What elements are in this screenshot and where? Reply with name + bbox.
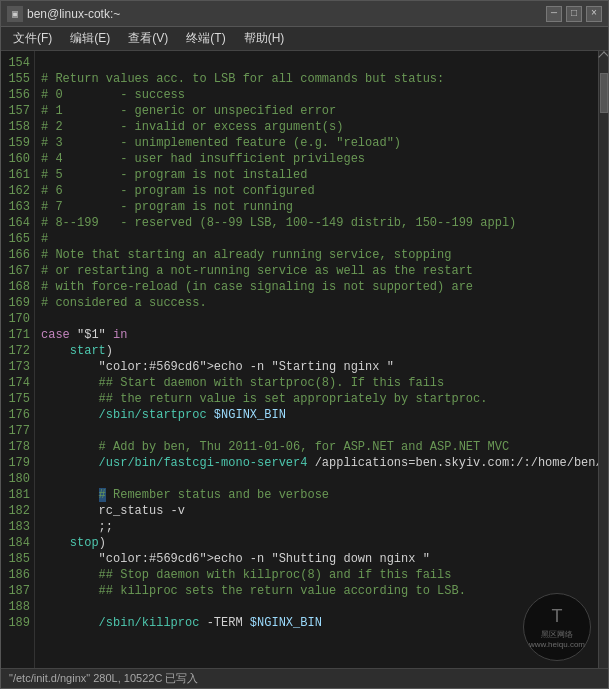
code-line: # with force-reload (in case signaling i… [41,279,592,295]
code-line: # 7 - program is not running [41,199,592,215]
code-line: /usr/bin/fastcgi-mono-server4 /applicati… [41,455,592,471]
code-line: /sbin/killproc -TERM $NGINX_BIN [41,615,592,631]
menu-help[interactable]: 帮助(H) [236,28,293,49]
code-line: stop) [41,535,592,551]
scrollbar-vertical[interactable] [598,51,608,668]
code-line: ## Stop daemon with killproc(8) and if t… [41,567,592,583]
code-line: ## Start daemon with startproc(8). If th… [41,375,592,391]
maximize-button[interactable]: □ [566,6,582,22]
code-line: start) [41,343,592,359]
code-line [41,55,592,71]
minimize-button[interactable]: ─ [546,6,562,22]
code-line: # 3 - unimplemented feature (e.g. "reloa… [41,135,592,151]
code-line: # 0 - success [41,87,592,103]
menu-terminal[interactable]: 终端(T) [178,28,233,49]
watermark: T 黑区网络 www.heiqu.com [523,593,591,661]
code-line: # 6 - program is not configured [41,183,592,199]
code-line: ## the return value is set appropriately… [41,391,592,407]
statusbar-text: "/etc/init.d/nginx" 280L, 10522C 已写入 [9,671,198,686]
code-line: ## killproc sets the return value accord… [41,583,592,599]
scrollbar-thumb[interactable] [600,73,608,113]
code-line: # 4 - user had insufficient privileges [41,151,592,167]
menu-edit[interactable]: 编辑(E) [62,28,118,49]
code-line [41,423,592,439]
code-area[interactable]: # Return values acc. to LSB for all comm… [35,51,598,668]
code-line: "color:#569cd6">echo -n "Shutting down n… [41,551,592,567]
window-title: ben@linux-cotk:~ [27,7,120,21]
code-line: # [41,231,592,247]
menu-file[interactable]: 文件(F) [5,28,60,49]
code-line: "color:#569cd6">echo -n "Starting nginx … [41,359,592,375]
code-line: # 1 - generic or unspecified error [41,103,592,119]
code-line: rc_status -v [41,503,592,519]
close-button[interactable]: × [586,6,602,22]
terminal-window: ▣ ben@linux-cotk:~ ─ □ × 文件(F) 编辑(E) 查看(… [0,0,609,689]
code-line: # considered a success. [41,295,592,311]
code-line: # 5 - program is not installed [41,167,592,183]
titlebar-left: ▣ ben@linux-cotk:~ [7,6,120,22]
menu-view[interactable]: 查看(V) [120,28,176,49]
code-line [41,311,592,327]
titlebar: ▣ ben@linux-cotk:~ ─ □ × [1,1,608,27]
code-line [41,599,592,615]
terminal-body: 1541551561571581591601611621631641651661… [1,51,598,668]
code-line: # Return values acc. to LSB for all comm… [41,71,592,87]
line-numbers: 1541551561571581591601611621631641651661… [1,51,35,668]
code-line: # Add by ben, Thu 2011-01-06, for ASP.NE… [41,439,592,455]
code-line: # or restarting a not-running service as… [41,263,592,279]
code-line: # 8--199 - reserved (8--99 LSB, 100--149… [41,215,592,231]
code-line: # Remember status and be verbose [41,487,592,503]
code-line [41,471,592,487]
code-line: # Note that starting an already running … [41,247,592,263]
code-line: # 2 - invalid or excess argument(s) [41,119,592,135]
code-line: /sbin/startproc $NGINX_BIN [41,407,592,423]
statusbar: "/etc/init.d/nginx" 280L, 10522C 已写入 [1,668,608,688]
code-line: case "$1" in [41,327,592,343]
app-icon: ▣ [7,6,23,22]
code-line: ;; [41,519,592,535]
window-controls: ─ □ × [546,6,602,22]
menubar: 文件(F) 编辑(E) 查看(V) 终端(T) 帮助(H) [1,27,608,51]
